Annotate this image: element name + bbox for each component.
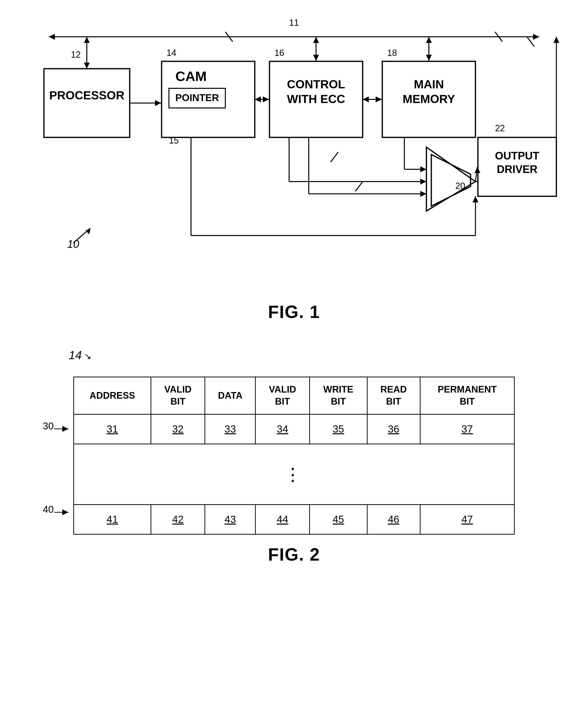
table-header-row: ADDRESS VALIDBIT DATA VALIDBIT WRITEBIT …: [74, 377, 514, 414]
table-row-last: 41 42 43 44 45 46 47: [74, 505, 514, 534]
cell-31: 31: [74, 414, 151, 444]
row-30-text: 30: [43, 421, 54, 431]
table-row-dots: ⋮: [74, 444, 514, 505]
cell-36: 36: [367, 414, 420, 444]
svg-marker-21: [426, 37, 432, 43]
cell-41: 41: [74, 505, 151, 534]
cell-32: 32: [151, 414, 205, 444]
svg-marker-50: [62, 426, 68, 432]
fig2-ref-14-arrow: ↘: [84, 351, 91, 361]
ref-16: 16: [274, 48, 284, 58]
fig2-label: FIG. 2: [20, 545, 568, 565]
svg-marker-9: [155, 100, 161, 106]
cell-42: 42: [151, 505, 205, 534]
svg-marker-45: [472, 196, 478, 202]
svg-marker-11: [255, 97, 261, 102]
cell-44: 44: [255, 505, 310, 534]
ref-11: 11: [289, 18, 299, 28]
svg-marker-2: [533, 34, 539, 40]
cell-43: 43: [205, 505, 255, 534]
svg-marker-20: [426, 55, 432, 61]
table-row-first: 31 32 33 34 35 36 37: [74, 414, 514, 444]
processor-label: PROCESSOR: [49, 89, 125, 102]
svg-marker-18: [376, 97, 382, 102]
svg-marker-29: [553, 37, 559, 43]
fig2-ref-14: 14: [69, 349, 82, 362]
svg-marker-15: [313, 37, 319, 43]
ref-12: 12: [71, 49, 81, 60]
svg-marker-17: [363, 97, 369, 102]
control-label-2: WITH ECC: [287, 93, 345, 105]
ref-22: 22: [495, 123, 505, 133]
cell-47: 47: [420, 505, 514, 534]
fig1-diagram: 11 12 PROCESSOR 14 CAM: [24, 15, 564, 297]
main-memory-label-1: MAIN: [414, 78, 444, 91]
main-memory-label-2: MEMORY: [403, 93, 455, 105]
cell-35: 35: [310, 414, 367, 444]
page-container: 11 12 PROCESSOR 14 CAM: [0, 0, 588, 712]
processor-block: [44, 69, 130, 137]
row-40-text: 40: [43, 504, 54, 515]
cell-45: 45: [310, 505, 367, 534]
col-data: DATA: [205, 377, 255, 414]
row-labels-svg: 30 40: [34, 377, 73, 535]
ref-14-fig1: 14: [167, 48, 176, 58]
svg-marker-12: [263, 97, 269, 102]
output-driver-label-1: OUTPUT: [495, 150, 540, 162]
svg-marker-6: [84, 63, 90, 69]
cam-label: CAM: [175, 68, 207, 84]
svg-marker-14: [313, 55, 319, 61]
svg-line-40: [331, 152, 338, 162]
col-permanent-bit: PERMANENTBIT: [420, 377, 514, 414]
cell-46: 46: [367, 505, 420, 534]
svg-marker-1: [49, 34, 55, 40]
fig1-section: 11 12 PROCESSOR 14 CAM: [20, 15, 568, 334]
svg-marker-36: [420, 191, 426, 197]
ref-18: 18: [387, 48, 397, 58]
col-write-bit: WRITEBIT: [310, 377, 367, 414]
svg-marker-39: [420, 166, 426, 172]
cam-table: ADDRESS VALIDBIT DATA VALIDBIT WRITEBIT …: [73, 377, 515, 535]
svg-line-41: [355, 182, 363, 191]
col-read-bit: READBIT: [367, 377, 420, 414]
col-valid-bit-2: VALIDBIT: [255, 377, 310, 414]
cam-table-wrapper: ADDRESS VALIDBIT DATA VALIDBIT WRITEBIT …: [73, 377, 515, 535]
fig2-section: 14 ↘ ADDRESS VALIDBIT DATA VALIDBIT WRIT…: [20, 348, 568, 565]
fig1-label: FIG. 1: [20, 302, 568, 322]
svg-marker-26: [475, 167, 480, 173]
svg-marker-52: [62, 509, 68, 515]
mux-shape: [431, 155, 470, 206]
svg-marker-22: [426, 147, 476, 211]
svg-marker-7: [84, 37, 90, 43]
col-address: ADDRESS: [74, 377, 151, 414]
svg-marker-33: [420, 179, 426, 184]
cell-34: 34: [255, 414, 310, 444]
ref-15: 15: [169, 136, 179, 145]
svg-marker-47: [86, 228, 90, 234]
cell-37: 37: [420, 414, 514, 444]
control-label-1: CONTROL: [287, 78, 345, 91]
pointer-label: POINTER: [175, 92, 219, 103]
output-driver-label-2: DRIVER: [497, 163, 538, 175]
col-valid-bit-1: VALIDBIT: [151, 377, 205, 414]
cell-33: 33: [205, 414, 255, 444]
